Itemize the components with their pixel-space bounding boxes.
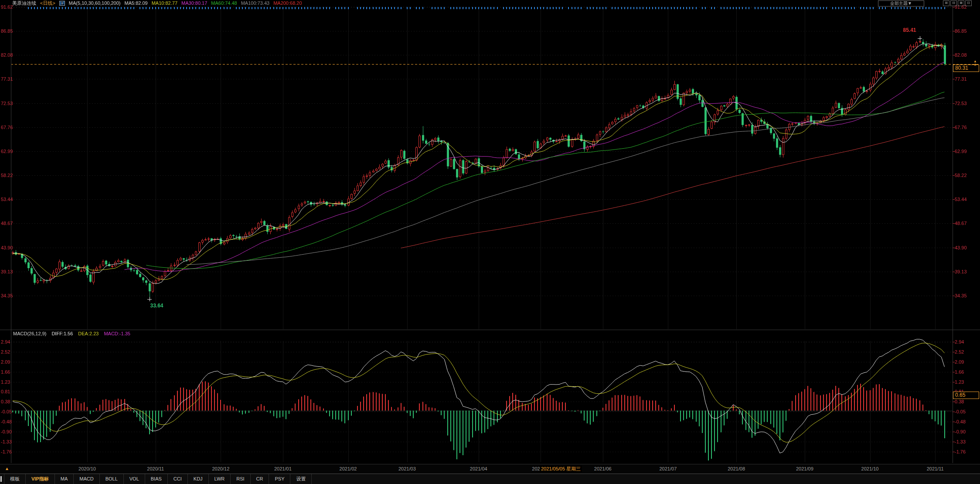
price-axis-label-right: 67.76 bbox=[955, 125, 967, 130]
price-axis-label-right: 72.53 bbox=[955, 101, 967, 106]
price-macd-canvas[interactable] bbox=[0, 0, 980, 484]
ma60-value: MA60:74.48 bbox=[211, 0, 237, 6]
collapse-pane-icon[interactable]: ▲ bbox=[5, 467, 9, 471]
macd-axis-label-left: -0.90 bbox=[1, 429, 12, 434]
macd-axis-label-left: -0.05 bbox=[1, 409, 12, 414]
symbol-name[interactable]: 美原油连续 bbox=[12, 0, 36, 6]
macd-axis-label-right: 1.66 bbox=[955, 369, 964, 375]
macd-header: MACD(26,12,9) DIFF:1.56 DEA:2.23 MACD:-1… bbox=[13, 331, 130, 337]
macd-axis-label-left: -0.48 bbox=[1, 419, 12, 424]
date-tick-label: 2021/04 bbox=[470, 466, 487, 471]
indicator-tab-MA[interactable]: MA bbox=[55, 474, 74, 484]
price-axis-label-left: 91.62 bbox=[1, 4, 13, 10]
price-axis-label-right: 82.08 bbox=[955, 52, 967, 58]
macd-axis-label-right: -0.05 bbox=[955, 409, 966, 414]
price-axis-label-left: 62.99 bbox=[1, 149, 13, 154]
ma5-value: MA5:82.09 bbox=[125, 0, 148, 6]
indicator-tab-BIAS[interactable]: BIAS bbox=[145, 474, 168, 484]
price-up-arrows-icon: ▲▲ bbox=[973, 60, 977, 66]
chart-type-icon[interactable] bbox=[59, 1, 65, 6]
date-tick-label: 2021/01 bbox=[274, 466, 292, 471]
price-axis-label-left: 34.35 bbox=[1, 293, 13, 298]
indicator-tab-VOL[interactable]: VOL bbox=[124, 474, 145, 484]
price-axis-label-left: 86.85 bbox=[1, 28, 13, 34]
macd-macd-value: MACD:-1.35 bbox=[104, 331, 130, 337]
theme-selector-button[interactable]: 全部主题▼ bbox=[878, 0, 924, 7]
date-axis: ▲ 2020/102020/112020/122021/012021/02202… bbox=[0, 464, 980, 474]
macd-diff-value: DIFF:1.56 bbox=[51, 331, 73, 337]
crosshair-date-label: 2021/05/05 星期三 bbox=[540, 466, 582, 472]
price-axis-label-right: 39.13 bbox=[955, 269, 967, 274]
macd-axis-label-right: 2.09 bbox=[955, 359, 964, 365]
price-axis-label-right: 62.99 bbox=[955, 149, 967, 154]
date-tick-label: 2021/07 bbox=[659, 466, 677, 471]
price-axis-label-left: 39.13 bbox=[1, 269, 13, 274]
date-tick-label: 2021/03 bbox=[398, 466, 416, 471]
ma200-value: MA200:68.20 bbox=[273, 0, 302, 6]
price-axis-label-left: 58.22 bbox=[1, 173, 13, 178]
tile-window-icon[interactable]: ⊠ bbox=[958, 0, 964, 6]
price-axis-label-right: 53.44 bbox=[955, 197, 967, 202]
high-price-label: 85.41 bbox=[903, 27, 916, 33]
price-axis-label-left: 82.08 bbox=[1, 52, 13, 58]
date-tick-label: 2021/11 bbox=[927, 466, 944, 471]
low-price-label: 33.64 bbox=[150, 303, 163, 309]
price-axis-label-right: 48.67 bbox=[955, 221, 967, 226]
price-axis-label-left: 48.67 bbox=[1, 221, 13, 226]
macd-axis-label-left: 1.66 bbox=[1, 369, 10, 375]
indicator-tab-LWR[interactable]: LWR bbox=[209, 474, 231, 484]
price-axis-label-left: 67.76 bbox=[1, 125, 13, 130]
indicator-tab-RSI[interactable]: RSI bbox=[231, 474, 250, 484]
dock-window-icon[interactable]: ⊟ bbox=[950, 0, 957, 6]
chart-window: 美原油连续 <日线> MA(5,10,30,60,100,200) MA5:82… bbox=[0, 0, 980, 484]
macd-axis-label-right: -1.76 bbox=[955, 449, 966, 454]
macd-settings-label[interactable]: MACD(26,12,9) bbox=[13, 331, 46, 337]
price-axis-label-right: 77.31 bbox=[955, 76, 967, 82]
macd-axis-label-left: 0.81 bbox=[1, 389, 10, 394]
macd-axis-label-left: -1.76 bbox=[1, 449, 12, 454]
date-tick-label: 2020/12 bbox=[212, 466, 229, 471]
date-tick-label: 2021/06 bbox=[594, 466, 612, 471]
date-tick-label: 2020/11 bbox=[147, 466, 164, 471]
macd-axis-label-right: -0.90 bbox=[955, 429, 966, 434]
date-tick-label: 2020/10 bbox=[78, 466, 96, 471]
chart-header: 美原油连续 <日线> MA(5,10,30,60,100,200) MA5:82… bbox=[12, 0, 302, 6]
macd-axis-label-right: 0.38 bbox=[955, 399, 964, 404]
indicator-tab-模板[interactable]: 模板 bbox=[4, 474, 26, 484]
pan-icon[interactable]: ⊞ bbox=[943, 0, 949, 6]
macd-axis-label-left: 2.94 bbox=[1, 339, 10, 344]
macd-axis-label-left: 2.52 bbox=[1, 349, 10, 354]
price-axis-label-right: 43.90 bbox=[955, 245, 967, 250]
macd-axis-label-right: 2.52 bbox=[955, 349, 964, 354]
indicator-tab-BOLL[interactable]: BOLL bbox=[100, 474, 124, 484]
tabbar-grip[interactable] bbox=[0, 474, 4, 484]
ma10-value: MA10:82.77 bbox=[152, 0, 177, 6]
macd-axis-label-right: 2.94 bbox=[955, 339, 964, 344]
price-axis-label-left: 77.31 bbox=[1, 76, 13, 82]
pop-out-icon[interactable]: ⊡ bbox=[965, 0, 972, 6]
indicator-tab-CR[interactable]: CR bbox=[251, 474, 269, 484]
ma100-value: MA100:73.43 bbox=[241, 0, 269, 6]
date-tick-label: 2021/02 bbox=[340, 466, 357, 471]
macd-axis-label-left: 0.38 bbox=[1, 399, 10, 404]
macd-crosshair-badge: 0.65 bbox=[953, 392, 979, 399]
macd-axis-label-left: 2.09 bbox=[1, 359, 10, 365]
indicator-tab-VIP指标[interactable]: VIP指标 bbox=[26, 474, 55, 484]
date-tick-label: 2021/08 bbox=[728, 466, 745, 471]
ma30-value: MA30:80.17 bbox=[181, 0, 207, 6]
price-axis-label-left: 53.44 bbox=[1, 197, 13, 202]
indicator-tab-MACD[interactable]: MACD bbox=[74, 474, 99, 484]
indicator-tab-PSY[interactable]: PSY bbox=[269, 474, 290, 484]
price-axis-label-left: 72.53 bbox=[1, 101, 13, 106]
indicator-tab-KDJ[interactable]: KDJ bbox=[188, 474, 209, 484]
period-label[interactable]: <日线> bbox=[40, 0, 55, 6]
ma-settings-label: MA(5,10,30,60,100,200) bbox=[69, 0, 121, 6]
indicator-tab-CCI[interactable]: CCI bbox=[168, 474, 188, 484]
macd-axis-label-left: -1.33 bbox=[1, 439, 12, 444]
macd-axis-label-right: -0.48 bbox=[955, 419, 966, 424]
indicator-tab-设置[interactable]: 设置 bbox=[290, 474, 312, 484]
macd-axis-label-left: 1.23 bbox=[1, 379, 10, 385]
macd-axis-label-right: 1.23 bbox=[955, 379, 964, 385]
date-tick-label: 2021/10 bbox=[861, 466, 879, 471]
price-axis-label-right: 86.85 bbox=[955, 28, 967, 34]
